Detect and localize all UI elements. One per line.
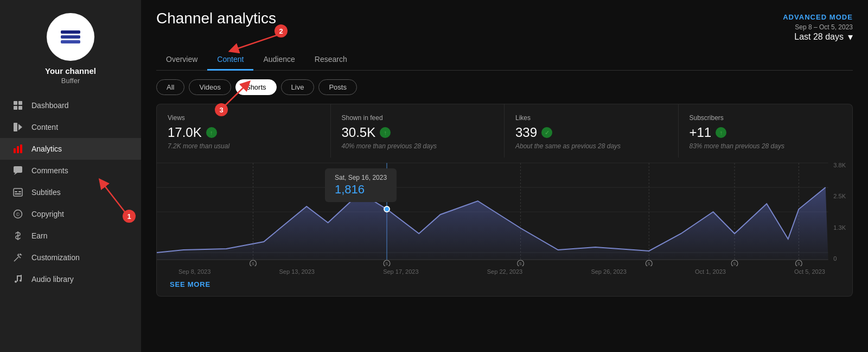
sidebar-item-customization[interactable]: Customization	[0, 247, 141, 268]
metric-value: 17.0K	[168, 125, 202, 140]
sidebar-item-earn[interactable]: Earn	[0, 225, 141, 247]
metric-card-views: Views 17.0K ↑ 7.2K more than usual	[157, 104, 331, 158]
play-icon	[12, 122, 24, 132]
tab-research[interactable]: Research	[305, 51, 357, 71]
chart-y-labels: 3.8K 2.5K 1.3K 0	[833, 158, 846, 266]
x-label: Sep 17, 2023	[383, 268, 418, 275]
metric-value-row: +11 ↑	[690, 125, 842, 140]
tooltip-value: 1,816	[335, 183, 387, 197]
svg-rect-0	[61, 30, 80, 34]
header-row: Channel analytics ADVANCED MODE Sep 8 – …	[156, 10, 853, 43]
svg-rect-3	[14, 101, 17, 105]
svg-text:S: S	[797, 262, 800, 266]
tab-content[interactable]: Content	[207, 51, 253, 71]
date-range-selector[interactable]: Sep 8 – Oct 5, 2023 Last 28 days ▾	[794, 23, 853, 43]
sub-tabs-row: All Videos Shorts Live Posts	[156, 79, 853, 95]
x-label: Sep 26, 2023	[591, 268, 626, 275]
svg-text:S: S	[519, 262, 522, 266]
tabs-row: Overview Content Audience Research	[156, 51, 853, 71]
x-label: Sep 22, 2023	[487, 268, 522, 275]
chart-container: Sat, Sep 16, 2023 1,816 3.8K 2.5K 1.3K 0	[156, 158, 853, 297]
sidebar-item-label: Copyright	[31, 210, 64, 218]
svg-rect-7	[14, 123, 17, 131]
metric-sub: About the same as previous 28 days	[515, 142, 667, 150]
sidebar-item-label: Analytics	[31, 144, 62, 153]
copyright-icon: ©	[12, 209, 24, 219]
sidebar-item-dashboard[interactable]: Dashboard	[0, 95, 141, 116]
sub-tab-posts[interactable]: Posts	[318, 79, 357, 95]
metrics-row: Views 17.0K ↑ 7.2K more than usual Shown…	[156, 104, 853, 158]
sidebar-item-analytics[interactable]: Analytics	[0, 138, 141, 160]
sidebar-item-content[interactable]: Content	[0, 116, 141, 138]
sidebar-item-comments[interactable]: Comments	[0, 160, 141, 181]
date-range-top: Sep 8 – Oct 5, 2023	[795, 23, 853, 31]
sidebar-item-label: Comments	[31, 166, 68, 175]
metric-card-likes: Likes 339 ✓ About the same as previous 2…	[505, 104, 679, 158]
svg-rect-9	[14, 148, 16, 153]
date-range-main: Last 28 days ▾	[794, 31, 853, 43]
sidebar-item-audio-library[interactable]: Audio library	[0, 268, 141, 290]
music-icon	[12, 274, 24, 284]
tab-audience[interactable]: Audience	[253, 51, 304, 71]
sub-tab-live[interactable]: Live	[281, 79, 315, 95]
sidebar-item-label: Dashboard	[31, 101, 69, 110]
svg-rect-12	[14, 166, 22, 173]
svg-rect-11	[20, 144, 22, 153]
sub-tab-videos[interactable]: Videos	[189, 79, 231, 95]
sidebar-item-label: Earn	[31, 231, 48, 240]
metric-sub: 83% more than previous 28 days	[690, 142, 842, 150]
wand-icon	[12, 253, 24, 262]
svg-line-21	[14, 257, 18, 261]
chart-x-labels: Sep 8, 2023 Sep 13, 2023 Sep 17, 2023 Se…	[157, 266, 852, 275]
metric-value-row: 17.0K ↑	[168, 125, 320, 140]
subtitles-icon	[12, 187, 24, 197]
dollar-icon	[12, 231, 24, 241]
header-right: ADVANCED MODE Sep 8 – Oct 5, 2023 Last 2…	[783, 10, 853, 43]
metric-label: Subscribers	[690, 114, 842, 122]
page-title: Channel analytics	[156, 10, 276, 27]
y-label: 3.8K	[833, 162, 846, 168]
svg-rect-6	[18, 106, 22, 110]
channel-sub: Buffer	[61, 77, 80, 85]
metric-badge-up: ↑	[206, 127, 217, 138]
advanced-mode-button[interactable]: ADVANCED MODE	[783, 13, 853, 21]
x-label: Sep 8, 2023	[178, 268, 210, 275]
metric-label: Shown in feed	[342, 114, 494, 122]
metric-value: +11	[690, 125, 712, 140]
sidebar-item-copyright[interactable]: © Copyright	[0, 203, 141, 225]
metric-card-subscribers: Subscribers +11 ↑ 83% more than previous…	[679, 104, 853, 158]
sub-tab-shorts[interactable]: Shorts	[235, 79, 277, 95]
svg-rect-14	[14, 188, 22, 196]
channel-name: Your channel	[45, 66, 96, 76]
sidebar-item-label: Customization	[31, 253, 80, 262]
metric-badge-up: ↑	[716, 127, 726, 138]
svg-marker-40	[157, 187, 828, 260]
sidebar-item-label: Audio library	[31, 275, 74, 284]
see-more-button[interactable]: SEE MORE	[170, 280, 210, 288]
date-range-label: Last 28 days	[794, 32, 844, 42]
svg-marker-8	[18, 124, 22, 130]
main-content: Channel analytics ADVANCED MODE Sep 8 – …	[141, 0, 868, 352]
metric-value: 30.5K	[342, 125, 376, 140]
y-label: 2.5K	[833, 193, 846, 199]
svg-rect-17	[15, 193, 21, 194]
bar-chart-icon	[12, 144, 24, 154]
tab-overview[interactable]: Overview	[156, 51, 207, 71]
metric-badge-check: ✓	[541, 127, 552, 138]
sub-tab-all[interactable]: All	[156, 79, 184, 95]
chart-svg: S S S S S S	[157, 158, 852, 266]
svg-rect-10	[17, 146, 19, 153]
metric-card-shown-in-feed: Shown in feed 30.5K ↑ 40% more than prev…	[331, 104, 505, 158]
svg-rect-2	[61, 40, 80, 43]
sidebar-item-label: Content	[31, 123, 58, 131]
svg-rect-4	[18, 101, 22, 105]
metric-sub: 40% more than previous 28 days	[342, 142, 494, 150]
sidebar: Your channel Buffer Dashboard	[0, 0, 141, 352]
sidebar-nav: Dashboard Content Analytics	[0, 95, 141, 290]
shorts-marker: S S S S S S	[250, 260, 802, 266]
chat-icon	[12, 166, 24, 175]
svg-rect-5	[14, 106, 17, 110]
chevron-down-icon: ▾	[848, 31, 853, 43]
svg-text:S: S	[648, 262, 650, 266]
sidebar-item-subtitles[interactable]: Subtitles	[0, 181, 141, 203]
